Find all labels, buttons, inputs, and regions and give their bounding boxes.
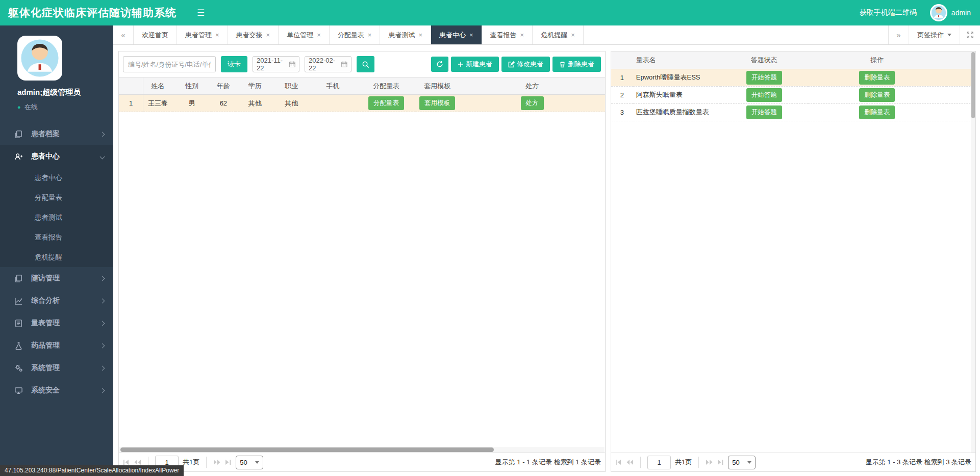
sidebar-item-patient-center[interactable]: 患者中心 xyxy=(0,145,113,168)
pager-divider xyxy=(640,457,641,468)
sidebar-item-system-security[interactable]: 系统安全 xyxy=(0,379,113,402)
assign-scale-button[interactable]: 分配量表 xyxy=(368,96,404,110)
tab-patient-management[interactable]: 患者管理 × xyxy=(177,25,228,44)
pager-first-button[interactable] xyxy=(615,459,622,465)
records-info: 显示第 1 - 3 条记录 检索到 3 条记录 xyxy=(866,458,971,467)
read-card-button[interactable]: 读卡 xyxy=(221,56,247,72)
tab-close-icon[interactable]: × xyxy=(317,32,321,38)
caret-down-icon xyxy=(947,34,951,36)
sidebar-item-comprehensive-analysis[interactable]: 综合分析 xyxy=(0,289,113,312)
page-prev-icon xyxy=(134,459,141,465)
chevron-right-icon xyxy=(100,276,105,281)
patient-education: 其他 xyxy=(236,95,274,112)
username-label[interactable]: admin xyxy=(951,9,971,17)
scrollbar-thumb[interactable] xyxy=(971,52,975,118)
tab-patient-test[interactable]: 患者测试 × xyxy=(380,25,431,44)
delete-scale-button[interactable]: 删除量表 xyxy=(859,88,895,102)
tab-crisis-alert[interactable]: 危机提醒 × xyxy=(533,25,584,44)
page-number-input[interactable] xyxy=(647,456,671,469)
header-right: 获取手机端二维码 admin xyxy=(860,4,980,21)
tabs-scroll-right-button[interactable]: » xyxy=(888,25,909,44)
patient-gender: 男 xyxy=(172,95,211,112)
caret-down-icon xyxy=(255,461,259,464)
sidebar-subitem-crisis-alert[interactable]: 危机提醒 xyxy=(0,247,113,267)
start-answer-button[interactable]: 开始答题 xyxy=(746,88,782,102)
scrollbar-thumb[interactable] xyxy=(120,447,494,452)
sidebar-item-followup-management[interactable]: 随访管理 xyxy=(0,267,113,289)
flask-icon xyxy=(14,341,23,350)
hamburger-menu-icon[interactable]: ☰ xyxy=(197,8,205,18)
scale-table-row[interactable]: 2 阿森斯失眠量表 开始答题 删除量表 xyxy=(611,86,975,103)
user-avatar[interactable] xyxy=(930,4,947,21)
tab-view-report[interactable]: 查看报告 × xyxy=(482,25,533,44)
col-gender: 性别 xyxy=(172,77,211,95)
top-header: 躯体化症状临床评估随访辅助系统 ☰ 获取手机端二维码 admin xyxy=(0,0,980,25)
tabs-strip: 欢迎首页 患者管理 × 患者交接 × 单位管理 × 分配量表 × 患者测试 × xyxy=(134,25,584,44)
edit-patient-button[interactable]: 修改患者 xyxy=(501,57,550,72)
sidebar-subitem-assign-scale[interactable]: 分配量表 xyxy=(0,188,113,207)
delete-patient-button[interactable]: 删除患者 xyxy=(552,57,601,72)
sidebar-subitem-view-report[interactable]: 查看报告 xyxy=(0,227,113,247)
scale-name: 匹兹堡睡眠质量指数量表 xyxy=(633,103,720,121)
pager-first-button[interactable] xyxy=(123,459,130,465)
tabs-scroll-left-button[interactable]: « xyxy=(113,25,134,44)
tab-assign-scale[interactable]: 分配量表 × xyxy=(330,25,381,44)
tab-patient-center[interactable]: 患者中心 × xyxy=(431,25,482,44)
delete-scale-button[interactable]: 删除量表 xyxy=(859,71,895,85)
pager-divider xyxy=(698,457,699,468)
sidebar-item-scale-management[interactable]: 量表管理 xyxy=(0,312,113,334)
pager-next-button[interactable] xyxy=(213,459,221,465)
pager-last-button[interactable] xyxy=(717,459,724,465)
scale-table-row[interactable]: 3 匹兹堡睡眠质量指数量表 开始答题 删除量表 xyxy=(611,103,975,121)
pager-last-button[interactable] xyxy=(225,459,232,465)
chevron-right-icon xyxy=(100,343,105,348)
tab-close-icon[interactable]: × xyxy=(215,32,219,38)
tab-patient-handover[interactable]: 患者交接 × xyxy=(228,25,279,44)
patient-table-row[interactable]: 1 王三春 男 62 其他 其他 分配量表 套用模板 处方 xyxy=(119,95,605,112)
pager-divider xyxy=(206,457,207,468)
pager-prev-button[interactable] xyxy=(626,459,634,465)
tab-welcome[interactable]: 欢迎首页 xyxy=(134,25,177,44)
tab-close-icon[interactable]: × xyxy=(266,32,270,38)
records-info: 显示第 1 - 1 条记录 检索到 1 条记录 xyxy=(495,458,601,467)
apply-template-button[interactable]: 套用模板 xyxy=(419,96,455,110)
tab-unit-management[interactable]: 单位管理 × xyxy=(279,25,330,44)
prescription-button[interactable]: 处方 xyxy=(521,96,544,110)
page-size-select[interactable]: 50 xyxy=(728,456,756,469)
tab-close-icon[interactable]: × xyxy=(571,32,575,38)
calendar-icon xyxy=(289,61,295,68)
date-to-input[interactable]: 2022-02-22 xyxy=(305,56,351,72)
tab-close-icon[interactable]: × xyxy=(469,32,473,38)
pager-next-button[interactable] xyxy=(706,459,713,465)
sidebar-nav: 患者档案 患者中心 患者中心 分配量表 患者测试 查看报告 危机提醒 xyxy=(0,123,113,402)
sidebar-item-system-management[interactable]: 系统管理 xyxy=(0,357,113,379)
sidebar-item-drug-management[interactable]: 药品管理 xyxy=(0,334,113,357)
patient-action-buttons: 新建患者 修改患者 删除患者 xyxy=(431,57,601,72)
horizontal-scrollbar[interactable] xyxy=(119,447,605,453)
pager-prev-button[interactable] xyxy=(134,459,141,465)
tab-close-icon[interactable]: × xyxy=(368,32,372,38)
scale-panel: 量表名 答题状态 操作 1 Epworth嗜睡量表ESS 开始答题 删除量表 xyxy=(611,51,976,472)
scale-table-row[interactable]: 1 Epworth嗜睡量表ESS 开始答题 删除量表 xyxy=(611,69,975,86)
fullscreen-button[interactable] xyxy=(960,25,980,44)
search-button[interactable] xyxy=(357,56,374,72)
sidebar-subitem-patient-test[interactable]: 患者测试 xyxy=(0,207,113,227)
refresh-button[interactable] xyxy=(431,57,448,72)
start-answer-button[interactable]: 开始答题 xyxy=(746,71,782,85)
tab-close-icon[interactable]: × xyxy=(520,32,524,38)
get-qr-code-link[interactable]: 获取手机端二维码 xyxy=(860,8,917,17)
patient-search-input[interactable] xyxy=(123,56,216,72)
start-answer-button[interactable]: 开始答题 xyxy=(746,105,782,119)
new-patient-button[interactable]: 新建患者 xyxy=(451,57,499,72)
sidebar-subitem-patient-center[interactable]: 患者中心 xyxy=(0,168,113,188)
date-from-input[interactable]: 2021-11-22 xyxy=(253,56,299,72)
patient-table: 姓名 性别 年龄 学历 职业 手机 分配量表 套用模板 处方 1 王三春 xyxy=(119,77,605,112)
sidebar-item-patient-archive[interactable]: 患者档案 xyxy=(0,123,113,145)
vertical-scrollbar[interactable] xyxy=(971,51,975,453)
tab-close-icon[interactable]: × xyxy=(418,32,422,38)
user-avatar-large[interactable] xyxy=(17,36,62,81)
tab-actions-dropdown[interactable]: 页签操作 xyxy=(909,25,960,44)
delete-scale-button[interactable]: 删除量表 xyxy=(859,105,895,119)
plus-icon xyxy=(458,61,464,67)
page-size-select[interactable]: 50 xyxy=(236,456,263,469)
